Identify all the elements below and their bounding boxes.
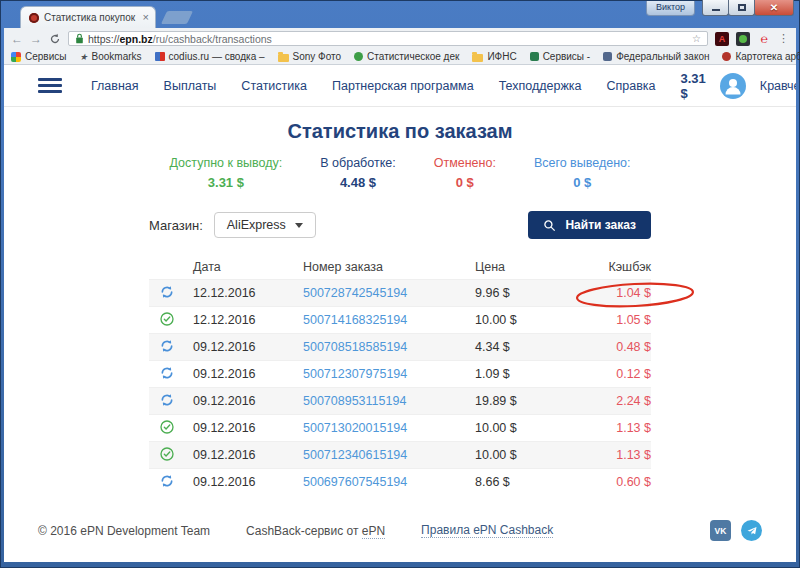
epn-extension-icon[interactable]: ℮	[757, 32, 771, 46]
green-dot-extension-icon[interactable]	[736, 32, 750, 46]
bookmark-item[interactable]: Сервисы	[11, 51, 66, 62]
close-icon: ✕	[770, 3, 778, 13]
orders-table: Дата Номер заказа Цена Кэшбэк 12.12.2016…	[149, 254, 651, 495]
order-number-link[interactable]: 500714168325194	[303, 313, 475, 327]
tab-title: Статистика покупок | eP	[44, 12, 138, 23]
stats-summary: Доступно к выводу:3.31 $ В обработке:4.4…	[4, 156, 796, 190]
order-number-link[interactable]: 500728742545194	[303, 286, 475, 300]
balance-amount[interactable]: 3.31 $	[681, 71, 706, 101]
vk-icon[interactable]: VK	[710, 520, 731, 541]
browser-toolbar: ← → https://epn.bz/ru/cashback/transacti…	[4, 28, 796, 49]
chrome-menu-icon[interactable]: ⋮	[778, 32, 789, 45]
nav-item-glavnaya[interactable]: Главная	[91, 79, 139, 93]
blue-favicon-icon	[603, 52, 612, 61]
secure-lock-icon	[75, 33, 84, 44]
processing-icon	[159, 284, 175, 303]
teal-favicon-icon	[530, 52, 539, 61]
new-tab-button[interactable]	[161, 11, 193, 24]
stat-cancelled: Отменено:0 $	[434, 156, 496, 190]
nav-item-spravka[interactable]: Справка	[606, 79, 655, 93]
hamburger-menu-icon[interactable]	[38, 78, 62, 93]
site-footer: © 2016 ePN Development Team CashBack-сер…	[4, 520, 796, 541]
profile-name-button[interactable]: Виктор	[646, 1, 695, 16]
tab-close-icon[interactable]: ×	[143, 12, 149, 23]
bookmark-item[interactable]: Bookmarks	[79, 51, 141, 62]
user-name[interactable]: Кравче…	[760, 79, 796, 93]
completed-icon	[159, 419, 175, 438]
person-icon	[720, 73, 746, 99]
telegram-icon[interactable]	[741, 520, 762, 541]
cashback-service-link[interactable]: CashBack-сервис от ePN	[246, 524, 385, 538]
window-titlebar: Статистика покупок | eP × Виктор ✕	[4, 0, 796, 28]
maximize-button[interactable]	[728, 0, 755, 16]
chart-favicon-icon	[155, 52, 165, 61]
processing-icon	[159, 338, 175, 357]
table-row: 09.12.2016 500713020015194 10.00 $ 1.13 …	[149, 414, 651, 441]
folder-icon	[278, 54, 289, 62]
store-dropdown[interactable]: AliExpress	[214, 212, 316, 238]
folder-icon	[472, 54, 483, 62]
filter-row: Магазин: AliExpress Найти заказ	[149, 211, 651, 239]
browser-tab[interactable]: Статистика покупок | eP ×	[20, 6, 156, 28]
table-row: 09.12.2016 500712340615194 10.00 $ 1.13 …	[149, 441, 651, 468]
rules-link[interactable]: Правила ePN Cashback	[421, 523, 553, 538]
user-avatar[interactable]	[720, 73, 746, 99]
bookmark-item[interactable]: Картотека арбитраж	[722, 51, 800, 62]
order-number-link[interactable]: 500708953115194	[303, 394, 475, 408]
nav-item-statistika[interactable]: Статистика	[241, 79, 307, 93]
apps-grid-icon	[11, 52, 21, 62]
order-number-link[interactable]: 500708518585194	[303, 340, 475, 354]
minimize-icon	[712, 9, 720, 11]
bookmark-folder[interactable]: ИФНС	[472, 51, 516, 62]
completed-icon	[159, 446, 175, 465]
green-favicon-icon	[354, 52, 363, 61]
copyright-text: © 2016 ePN Development Team	[38, 524, 210, 538]
bookmark-item[interactable]: codius.ru — сводка –	[155, 51, 265, 62]
completed-icon	[159, 311, 175, 330]
table-row: 09.12.2016 500708953115194 19.89 $ 2.24 …	[149, 387, 651, 414]
table-row: 09.12.2016 500697607545194 8.66 $ 0.60 $	[149, 468, 651, 495]
page-title: Статистика по заказам	[4, 120, 796, 143]
browser-window: Статистика покупок | eP × Виктор ✕ ← → h…	[0, 0, 800, 568]
stat-withdrawn: Всего выведено:0 $	[534, 156, 631, 190]
order-number-link[interactable]: 500697607545194	[303, 475, 475, 489]
stat-processing: В обработке:4.48 $	[320, 156, 395, 190]
order-number-link[interactable]: 500712340615194	[303, 448, 475, 462]
star-icon	[79, 51, 87, 62]
pdf-extension-icon[interactable]: A	[715, 32, 729, 46]
bookmark-item[interactable]: Сервисы -	[530, 51, 591, 62]
address-bar[interactable]: https://epn.bz/ru/cashback/transactions …	[68, 31, 708, 46]
forward-icon[interactable]: →	[30, 33, 42, 45]
page-content: Главная Выплаты Статистика Партнерская п…	[4, 65, 796, 562]
order-number-link[interactable]: 500713020015194	[303, 421, 475, 435]
nav-item-vyplaty[interactable]: Выплаты	[164, 79, 217, 93]
site-navbar: Главная Выплаты Статистика Партнерская п…	[4, 65, 796, 107]
nav-item-partnerskaya[interactable]: Партнерская программа	[332, 79, 474, 93]
table-row: 09.12.2016 500708518585194 4.34 $ 0.48 $	[149, 333, 651, 360]
reload-icon[interactable]	[49, 33, 61, 45]
minimize-button[interactable]	[702, 0, 729, 16]
bookmark-item[interactable]: Федеральный закон	[603, 51, 709, 62]
table-row: 09.12.2016 500712307975194 1.09 $ 0.12 $	[149, 360, 651, 387]
maximize-icon	[738, 4, 746, 11]
epn-favicon-icon	[29, 13, 39, 23]
nav-item-tehpodderzhka[interactable]: Техподдержка	[499, 79, 582, 93]
table-row: 12.12.2016 500714168325194 10.00 $ 1.05 …	[149, 306, 651, 333]
table-row: 12.12.2016 500728742545194 9.96 $ 1.04 $	[149, 279, 651, 306]
back-icon[interactable]: ←	[11, 33, 23, 45]
store-label: Магазин:	[149, 218, 203, 233]
processing-icon	[159, 365, 175, 384]
close-button[interactable]: ✕	[754, 0, 794, 16]
url-text: https://epn.bz/ru/cashback/transactions	[88, 33, 688, 45]
processing-icon	[159, 473, 175, 492]
find-order-button[interactable]: Найти заказ	[528, 211, 651, 239]
bookmark-item[interactable]: Статистическое дек	[354, 51, 459, 62]
table-header: Дата Номер заказа Цена Кэшбэк	[149, 254, 651, 279]
red-favicon-icon	[722, 52, 731, 61]
bookmark-star-icon[interactable]: ☆	[692, 33, 701, 44]
bookmark-folder[interactable]: Sony Фото	[278, 51, 342, 62]
processing-icon	[159, 392, 175, 411]
search-icon	[543, 219, 556, 232]
order-number-link[interactable]: 500712307975194	[303, 367, 475, 381]
bookmarks-bar: Сервисы Bookmarks codius.ru — сводка – S…	[4, 49, 796, 65]
